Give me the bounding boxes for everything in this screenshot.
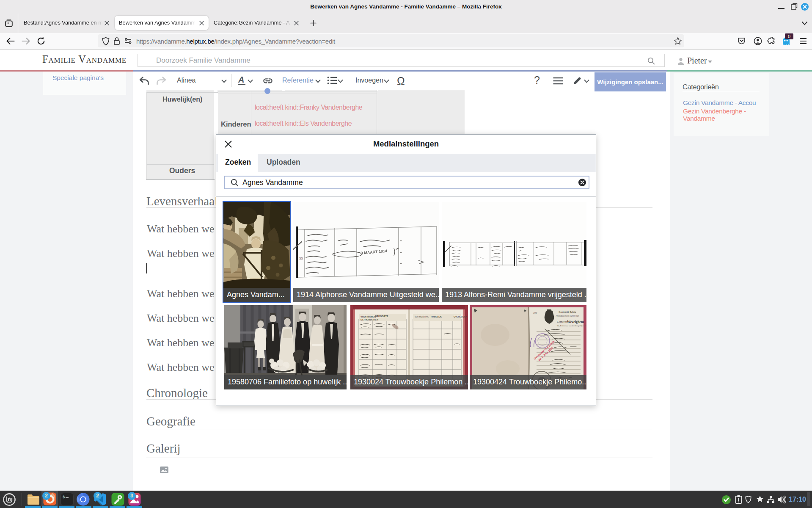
svg-text:Wevelghem: Wevelghem	[567, 320, 584, 324]
svg-text:Koninkrijk Belgie: Koninkrijk Belgie	[559, 311, 576, 313]
svg-text:HUWELIJK: HUWELIJK	[431, 315, 442, 318]
svg-text:Gemeente: Gemeente	[557, 320, 568, 323]
svg-text:Arrondissement KORTRIJK: Arrondissement KORTRIJK	[556, 315, 579, 317]
svg-text:55: 55	[299, 257, 303, 260]
svg-text:190: 190	[533, 312, 537, 314]
svg-text:Wij, Ambtenaar van den Burgerl: Wij, Ambtenaar van den Burgerlijken Stan…	[557, 325, 586, 327]
svg-text:GEBOORTE: GEBOORTE	[375, 315, 388, 318]
svg-text:$: $	[63, 495, 65, 500]
svg-text:DER KINDEREN: DER KINDEREN	[361, 318, 378, 321]
svg-text:OVERLIJDEN: OVERLIJDEN	[454, 315, 467, 318]
svg-text:VOORNAMEN: VOORNAMEN	[361, 315, 376, 318]
svg-text:VORMENTING: VORMENTING	[415, 315, 429, 318]
